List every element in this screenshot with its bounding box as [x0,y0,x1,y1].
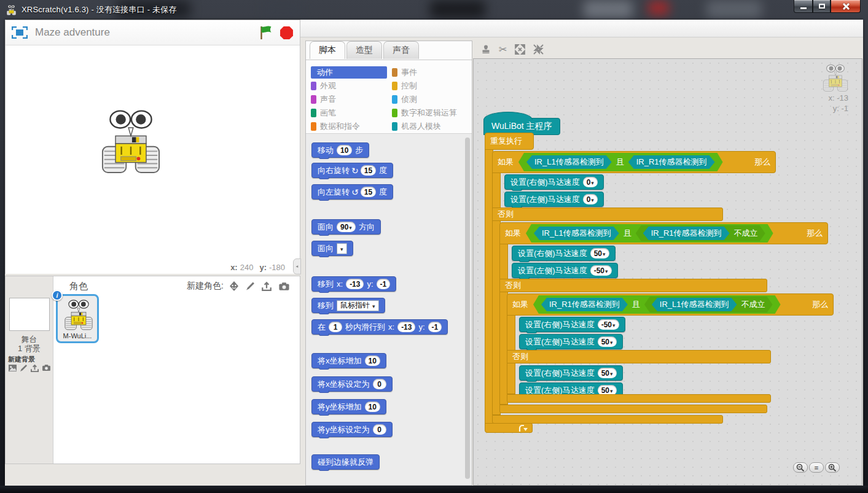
block-turn-right[interactable]: 向右旋转 ↻ 15 度 [311,163,393,178]
minimize-button[interactable] [794,0,813,13]
goto-target-dropdown[interactable]: 鼠标指针 [337,300,379,311]
if-block-1-bottom[interactable] [492,415,723,424]
camera-sprite-icon[interactable] [278,282,290,291]
set-right-motor-block[interactable]: 设置(右侧)马达速度 50 [512,246,616,261]
tab-sounds[interactable]: 声音 [383,41,419,59]
category-sound[interactable]: 声音 [311,93,336,106]
if-block-3-header[interactable]: 如果 IR_R1传感器检测到 且 IR_L1传感器检测到 不成立 那么 [507,293,834,316]
block-glide[interactable]: 在 1 秒内滑行到 x: -13 y: -1 [311,319,448,335]
and-operator-block[interactable]: IR_R1传感器检测到 且 IR_L1传感器检测到 不成立 [533,295,781,314]
sensor-ir-l1-block[interactable]: IR_L1传感器检测到 [526,155,612,169]
camera-backdrop-icon[interactable] [42,364,51,371]
value-input[interactable]: 0 [373,424,386,435]
if-block-3-bottom[interactable] [507,394,771,403]
zoom-reset-button[interactable]: = [809,462,824,473]
close-button[interactable] [831,0,861,13]
speed-dropdown[interactable]: 50 [598,368,617,378]
if-block-2-header[interactable]: 如果 IR_L1传感器检测到 且 IR_R1传感器检测到 不成立 那么 [499,222,828,244]
upload-sprite-icon[interactable] [261,281,272,291]
category-pen[interactable]: 画笔 [311,107,336,119]
set-right-motor-block[interactable]: 设置(右侧)马达速度 0 [504,174,604,190]
towards-dropdown[interactable] [337,243,347,254]
collapse-panel-arrow[interactable]: ◄ [293,258,301,274]
block-goto-mouse[interactable]: 移到 鼠标指针 [311,298,385,313]
upload-backdrop-icon[interactable] [30,364,39,372]
green-flag-icon[interactable] [259,25,273,40]
if-block-2-bottom[interactable] [499,405,767,413]
category-sensing[interactable]: 侦测 [392,93,417,106]
x-input[interactable]: -13 [397,322,415,332]
fullscreen-icon[interactable] [12,26,28,39]
tab-costumes[interactable]: 造型 [346,41,382,59]
and-operator-block[interactable]: IR_L1传感器检测到 且 IR_R1传感器检测到 [518,153,723,171]
block-change-x[interactable]: 将x坐标增加 10 [311,353,386,368]
category-control[interactable]: 控制 [392,80,417,92]
value-input[interactable]: 10 [365,402,380,412]
block-move-steps[interactable]: 移动 10 步 [311,142,369,158]
and-operator-block[interactable]: IR_L1传感器检测到 且 IR_R1传感器检测到 不成立 [526,224,773,243]
value-input[interactable]: 0 [373,379,386,389]
block-set-y[interactable]: 将y坐标设定为 0 [311,422,393,437]
sensor-ir-l1-block[interactable]: IR_L1传感器检测到 [534,227,619,240]
sensor-ir-l1-block[interactable]: IR_L1传感器检测到 [652,298,737,311]
if-block-2-else[interactable]: 否则 [499,279,767,292]
shrink-icon[interactable] [533,44,544,55]
paint-backdrop-icon[interactable] [20,364,28,372]
y-input[interactable]: -1 [377,279,391,289]
backdrop-from-library-icon[interactable] [8,364,17,372]
maximize-button[interactable] [813,0,831,13]
category-motion[interactable]: 动作 [311,66,387,79]
stage-thumbnail[interactable] [9,298,50,331]
speed-dropdown[interactable]: 0 [583,177,598,187]
direction-dropdown[interactable]: 90 [337,222,356,232]
zoom-in-button[interactable] [825,462,840,473]
block-goto-xy[interactable]: 移到 x: -13 y: -1 [311,276,396,292]
if-block-3-else[interactable]: 否则 [507,350,771,363]
sensor-ir-r1-block[interactable]: IR_R1传感器检测到 [628,155,715,169]
block-set-x[interactable]: 将x坐标设定为 0 [311,376,393,392]
not-operator-block[interactable]: IR_L1传感器检测到 不成立 [644,297,773,312]
stamp-icon[interactable] [481,44,491,54]
tab-scripts[interactable]: 脚本 [310,41,345,59]
block-turn-left[interactable]: 向左旋转 ↺ 15 度 [311,184,393,200]
sensor-ir-r1-block[interactable]: IR_R1传感器检测到 [541,298,628,311]
set-left-motor-block[interactable]: 设置(左侧)马达速度 0 [504,192,604,207]
speed-dropdown[interactable]: 50 [598,336,617,347]
y-input[interactable]: -1 [428,322,442,332]
speed-dropdown[interactable]: -50 [590,265,612,276]
set-left-motor-block[interactable]: 设置(左侧)马达速度 50 [519,334,623,349]
zoom-out-button[interactable] [793,462,808,473]
set-left-motor-block[interactable]: 设置(左侧)马达速度 -50 [512,263,618,278]
forever-block-header[interactable]: 重复执行 [485,133,534,150]
if-block-1-header[interactable]: 如果 IR_L1传感器检测到 且 IR_R1传感器检测到 那么 [492,151,776,173]
sprite-card-wulibot[interactable]: i M-WuLi... [56,294,99,343]
not-operator-block[interactable]: IR_R1传感器检测到 不成立 [636,225,765,241]
set-right-motor-block[interactable]: 设置(右侧)马达速度 50 [519,365,623,381]
block-bounce-on-edge[interactable]: 碰到边缘就反弹 [311,454,380,470]
category-looks[interactable]: 外观 [311,80,336,92]
sensor-ir-r1-block[interactable]: IR_R1传感器检测到 [643,227,730,240]
value-input[interactable]: 10 [365,355,380,366]
category-operators[interactable]: 数字和逻辑运算 [392,107,457,119]
robot-sprite-on-stage[interactable] [101,109,160,175]
paint-sprite-icon[interactable] [246,281,255,291]
block-point-direction[interactable]: 面向 90 方向 [311,219,381,235]
seconds-input[interactable]: 1 [329,322,342,332]
if-block-1-else[interactable]: 否则 [492,208,723,221]
degrees-input[interactable]: 15 [361,187,376,197]
block-change-y[interactable]: 将y坐标增加 10 [311,399,386,414]
scissors-icon[interactable]: ✂ [499,44,507,55]
grow-icon[interactable] [515,44,525,55]
forever-block-bottom[interactable] [485,423,533,433]
set-right-motor-block[interactable]: 设置(右侧)马达速度 -50 [519,317,625,332]
category-events[interactable]: 事件 [392,66,417,79]
speed-dropdown[interactable]: -50 [598,319,619,330]
speed-dropdown[interactable]: 50 [590,248,609,258]
degrees-input[interactable]: 15 [361,165,376,176]
steps-input[interactable]: 10 [337,145,352,155]
sprite-from-library-icon[interactable] [229,281,240,292]
sprite-info-badge[interactable]: i [52,290,63,301]
category-data[interactable]: 数据和指令 [311,120,360,133]
speed-dropdown[interactable]: 0 [583,194,598,204]
category-robot[interactable]: 机器人模块 [392,120,441,133]
